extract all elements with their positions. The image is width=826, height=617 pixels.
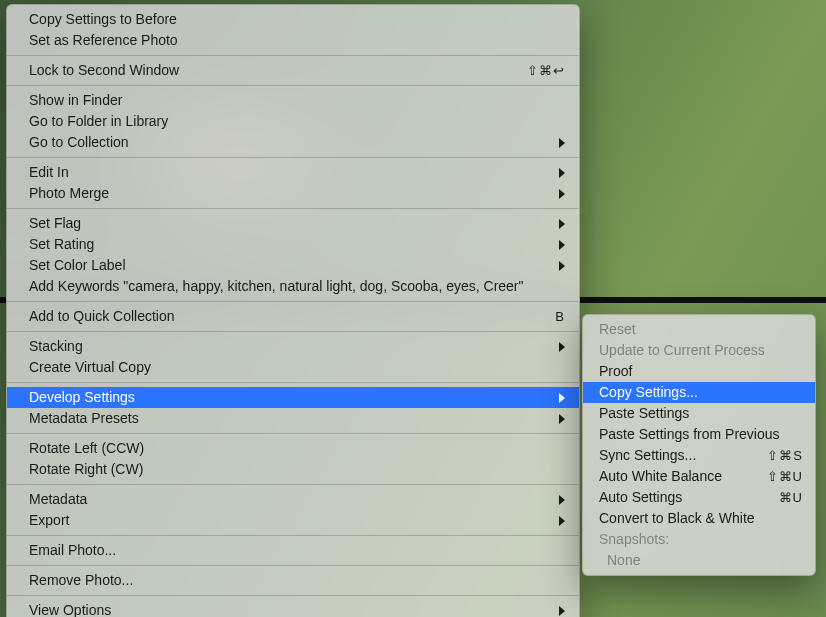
menu-set-rating[interactable]: Set Rating: [7, 234, 579, 255]
menu-item-label: Go to Folder in Library: [29, 113, 565, 130]
submenu-snapshots-header: Snapshots:: [583, 529, 815, 550]
menu-item-label: Add Keywords "camera, happy, kitchen, na…: [29, 278, 565, 295]
menu-separator: [7, 565, 579, 566]
submenu-sync-settings[interactable]: Sync Settings... ⇧⌘S: [583, 445, 815, 466]
menu-item-label: Reset: [599, 321, 803, 338]
menu-item-label: Metadata: [29, 491, 549, 508]
menu-rotate-right[interactable]: Rotate Right (CW): [7, 459, 579, 480]
chevron-right-icon: [559, 261, 565, 271]
menu-separator: [7, 208, 579, 209]
menu-item-label: Copy Settings...: [599, 384, 803, 401]
menu-item-label: Set Color Label: [29, 257, 549, 274]
menu-item-label: Metadata Presets: [29, 410, 549, 427]
menu-item-label: Set Flag: [29, 215, 549, 232]
menu-separator: [7, 85, 579, 86]
submenu-proof[interactable]: Proof: [583, 361, 815, 382]
submenu-paste-previous[interactable]: Paste Settings from Previous: [583, 424, 815, 445]
shortcut-label: ⇧⌘S: [767, 447, 803, 464]
menu-develop-settings[interactable]: Develop Settings: [7, 387, 579, 408]
menu-separator: [7, 331, 579, 332]
chevron-right-icon: [559, 189, 565, 199]
menu-export[interactable]: Export: [7, 510, 579, 531]
menu-separator: [7, 433, 579, 434]
menu-item-label: Export: [29, 512, 549, 529]
menu-item-label: Set as Reference Photo: [29, 32, 565, 49]
chevron-right-icon: [559, 393, 565, 403]
submenu-snapshots-none: None: [583, 550, 815, 575]
menu-rotate-left[interactable]: Rotate Left (CCW): [7, 438, 579, 459]
menu-item-label: Auto White Balance: [599, 468, 757, 485]
chevron-right-icon: [559, 219, 565, 229]
menu-item-label: Edit In: [29, 164, 549, 181]
menu-stacking[interactable]: Stacking: [7, 336, 579, 357]
menu-set-reference[interactable]: Set as Reference Photo: [7, 30, 579, 51]
menu-go-folder[interactable]: Go to Folder in Library: [7, 111, 579, 132]
menu-item-label: Rotate Right (CW): [29, 461, 565, 478]
chevron-right-icon: [559, 516, 565, 526]
menu-item-label: View Options: [29, 602, 549, 617]
submenu-auto-white-balance[interactable]: Auto White Balance ⇧⌘U: [583, 466, 815, 487]
menu-add-keywords[interactable]: Add Keywords "camera, happy, kitchen, na…: [7, 276, 579, 297]
shortcut-label: ⇧⌘U: [767, 468, 803, 485]
submenu-convert-bw[interactable]: Convert to Black & White: [583, 508, 815, 529]
menu-item-label: Snapshots:: [599, 531, 803, 548]
menu-item-label: Update to Current Process: [599, 342, 803, 359]
menu-item-label: Paste Settings from Previous: [599, 426, 803, 443]
menu-show-finder[interactable]: Show in Finder: [7, 90, 579, 111]
menu-item-label: Go to Collection: [29, 134, 549, 151]
menu-item-label: Copy Settings to Before: [29, 11, 565, 28]
menu-view-options[interactable]: View Options: [7, 600, 579, 617]
menu-item-label: Sync Settings...: [599, 447, 757, 464]
chevron-right-icon: [559, 342, 565, 352]
menu-separator: [7, 484, 579, 485]
shortcut-label: ⇧⌘↩: [527, 62, 565, 79]
menu-set-color-label[interactable]: Set Color Label: [7, 255, 579, 276]
menu-item-label: Proof: [599, 363, 803, 380]
menu-metadata-presets[interactable]: Metadata Presets: [7, 408, 579, 429]
menu-separator: [7, 301, 579, 302]
menu-item-label: Develop Settings: [29, 389, 549, 406]
menu-item-label: Email Photo...: [29, 542, 565, 559]
menu-item-label: Lock to Second Window: [29, 62, 517, 79]
menu-item-label: Set Rating: [29, 236, 549, 253]
submenu-copy-settings[interactable]: Copy Settings...: [583, 382, 815, 403]
menu-item-label: Photo Merge: [29, 185, 549, 202]
menu-item-label: Remove Photo...: [29, 572, 565, 589]
submenu-paste-settings[interactable]: Paste Settings: [583, 403, 815, 424]
menu-item-label: Create Virtual Copy: [29, 359, 565, 376]
submenu-auto-settings[interactable]: Auto Settings ⌘U: [583, 487, 815, 508]
shortcut-label: B: [555, 308, 565, 325]
menu-item-label: Paste Settings: [599, 405, 803, 422]
menu-edit-in[interactable]: Edit In: [7, 162, 579, 183]
chevron-right-icon: [559, 168, 565, 178]
menu-separator: [7, 595, 579, 596]
menu-item-label: Auto Settings: [599, 489, 769, 506]
menu-separator: [7, 382, 579, 383]
menu-item-label: Rotate Left (CCW): [29, 440, 565, 457]
context-menu: Copy Settings to Before Set as Reference…: [6, 4, 580, 617]
chevron-right-icon: [559, 240, 565, 250]
menu-item-label: Show in Finder: [29, 92, 565, 109]
menu-copy-settings-before[interactable]: Copy Settings to Before: [7, 5, 579, 30]
submenu-update-process: Update to Current Process: [583, 340, 815, 361]
develop-settings-submenu: Reset Update to Current Process Proof Co…: [582, 314, 816, 576]
menu-metadata[interactable]: Metadata: [7, 489, 579, 510]
menu-photo-merge[interactable]: Photo Merge: [7, 183, 579, 204]
chevron-right-icon: [559, 414, 565, 424]
menu-create-virtual-copy[interactable]: Create Virtual Copy: [7, 357, 579, 378]
menu-email-photo[interactable]: Email Photo...: [7, 540, 579, 561]
menu-set-flag[interactable]: Set Flag: [7, 213, 579, 234]
chevron-right-icon: [559, 138, 565, 148]
menu-item-label: Stacking: [29, 338, 549, 355]
submenu-reset: Reset: [583, 315, 815, 340]
menu-item-label: Convert to Black & White: [599, 510, 803, 527]
menu-separator: [7, 55, 579, 56]
menu-separator: [7, 157, 579, 158]
menu-go-collection[interactable]: Go to Collection: [7, 132, 579, 153]
chevron-right-icon: [559, 495, 565, 505]
menu-add-quick-collection[interactable]: Add to Quick Collection B: [7, 306, 579, 327]
menu-item-label: Add to Quick Collection: [29, 308, 545, 325]
menu-item-label: None: [607, 552, 803, 569]
menu-lock-second-window[interactable]: Lock to Second Window ⇧⌘↩: [7, 60, 579, 81]
menu-remove-photo[interactable]: Remove Photo...: [7, 570, 579, 591]
